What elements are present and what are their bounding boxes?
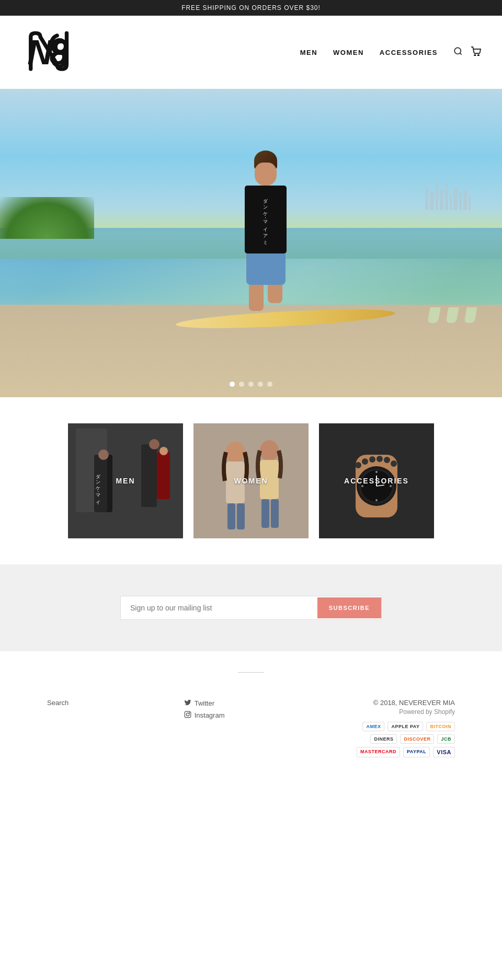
payment-apple: Apple Pay	[387, 722, 423, 731]
newsletter-form: SUBSCRIBE	[120, 596, 382, 620]
powered-by-text: Powered by Shopify	[340, 708, 455, 716]
category-men-label: MEN	[116, 477, 135, 485]
category-women[interactable]: WOMEN	[193, 423, 309, 538]
dot-1[interactable]	[230, 382, 235, 387]
footer-social: Twitter Instagram	[184, 699, 225, 720]
svg-point-32	[390, 485, 392, 487]
banner-text: FREE SHIPPING ON ORDERS OVER $30!	[181, 4, 321, 11]
payment-mastercard: MasterCard	[357, 747, 400, 757]
category-accessories-label: ACCESSORIES	[344, 477, 409, 485]
footer-twitter-link[interactable]: Twitter	[184, 699, 225, 708]
svg-rect-13	[157, 452, 170, 499]
svg-text:ダンケ・マイ: ダンケ・マイ	[96, 470, 101, 505]
payment-bitcoin: Bitcoin	[426, 722, 455, 731]
twitter-label: Twitter	[195, 699, 214, 707]
svg-point-37	[369, 456, 375, 463]
footer: Search Twitter Instagram © 2018, NEVEREV…	[0, 688, 502, 778]
svg-point-3	[454, 48, 461, 54]
instagram-icon	[184, 711, 191, 720]
categories-section: ダンケ・マイ MEN	[0, 397, 502, 564]
hero-slider: ダンケ・マイアミ	[0, 89, 502, 397]
figure-legs	[245, 285, 287, 311]
payment-icons: AMEX Apple Pay Bitcoin Diners DISCOVER J…	[340, 722, 455, 757]
figure-shorts	[246, 253, 286, 285]
nav-women[interactable]: WOMEN	[333, 49, 364, 56]
footer-instagram-link[interactable]: Instagram	[184, 711, 225, 720]
svg-point-36	[362, 458, 368, 465]
newsletter-subscribe-button[interactable]: SUBSCRIBE	[317, 597, 381, 618]
surfboard-fins	[429, 307, 476, 323]
trees-layer	[0, 197, 94, 239]
shirt-text: ダンケ・マイアミ	[263, 195, 269, 244]
divider-line	[238, 672, 264, 673]
footer-right: © 2018, NEVEREVER MIA Powered by Shopify…	[340, 699, 455, 757]
svg-point-29	[375, 471, 378, 473]
payment-paypal: PayPal	[403, 747, 430, 757]
svg-rect-10	[94, 455, 112, 512]
copyright-text: © 2018, NEVEREVER MIA	[340, 699, 455, 707]
svg-point-35	[355, 462, 361, 468]
top-banner: FREE SHIPPING ON ORDERS OVER $30!	[0, 0, 502, 16]
svg-line-4	[460, 53, 461, 54]
newsletter-email-input[interactable]	[121, 596, 317, 619]
dot-3[interactable]	[248, 382, 254, 387]
category-men[interactable]: ダンケ・マイ MEN	[68, 423, 183, 538]
dot-5[interactable]	[267, 382, 272, 387]
logo[interactable]: N8	[21, 21, 84, 84]
svg-point-6	[478, 54, 479, 55]
svg-rect-23	[271, 499, 279, 528]
figure-head	[255, 163, 277, 186]
svg-point-20	[260, 440, 279, 461]
dot-2[interactable]	[239, 382, 244, 387]
instagram-label: Instagram	[195, 711, 225, 719]
svg-rect-14	[159, 447, 168, 455]
footer-bottom-space	[0, 778, 502, 883]
header: N8 MEN WOMEN ACCESSORIES	[0, 16, 502, 89]
svg-point-31	[361, 485, 363, 487]
svg-point-5	[474, 54, 475, 55]
svg-point-16	[226, 442, 245, 463]
svg-rect-41	[185, 711, 191, 718]
slider-dots	[230, 382, 272, 387]
svg-rect-11	[98, 449, 109, 460]
category-accessories[interactable]: ACCESSORIES	[319, 423, 434, 538]
main-nav: MEN WOMEN ACCESSORIES	[300, 47, 481, 59]
fin-2	[446, 307, 459, 323]
figure-leg-right	[268, 285, 282, 303]
payment-discover: DISCOVER	[400, 734, 434, 744]
payment-diners: Diners	[370, 734, 397, 744]
nav-men[interactable]: MEN	[300, 49, 317, 56]
svg-point-30	[375, 499, 378, 501]
fin-3	[464, 307, 477, 323]
svg-point-39	[384, 457, 390, 463]
figure-leg-left	[249, 285, 264, 311]
svg-rect-18	[227, 503, 235, 529]
dot-4[interactable]	[258, 382, 263, 387]
svg-rect-8	[141, 444, 157, 507]
divider	[0, 651, 502, 688]
fin-1	[427, 307, 440, 323]
beach-figure: ダンケ・マイアミ	[245, 151, 287, 311]
cart-icon[interactable]	[471, 47, 481, 59]
svg-point-40	[391, 460, 397, 467]
svg-point-43	[189, 712, 189, 713]
svg-point-42	[186, 713, 189, 716]
payment-jcb: JCB	[437, 734, 455, 744]
twitter-icon	[184, 699, 191, 708]
hero-image: ダンケ・マイアミ	[0, 89, 502, 397]
figure-shirt: ダンケ・マイアミ	[245, 186, 287, 253]
svg-rect-22	[261, 499, 269, 528]
newsletter-section: SUBSCRIBE	[0, 564, 502, 651]
payment-amex: AMEX	[362, 722, 384, 731]
svg-point-38	[376, 456, 383, 462]
city-skyline	[425, 181, 471, 210]
search-icon[interactable]	[453, 47, 463, 59]
svg-text:N8: N8	[27, 33, 69, 72]
footer-search-link[interactable]: Search	[47, 699, 69, 707]
svg-rect-19	[237, 503, 245, 529]
svg-rect-9	[149, 439, 159, 449]
payment-visa: VISA	[433, 747, 455, 757]
footer-links: Search	[47, 699, 69, 707]
nav-accessories[interactable]: ACCESSORIES	[380, 49, 438, 56]
category-women-label: WOMEN	[234, 477, 268, 485]
